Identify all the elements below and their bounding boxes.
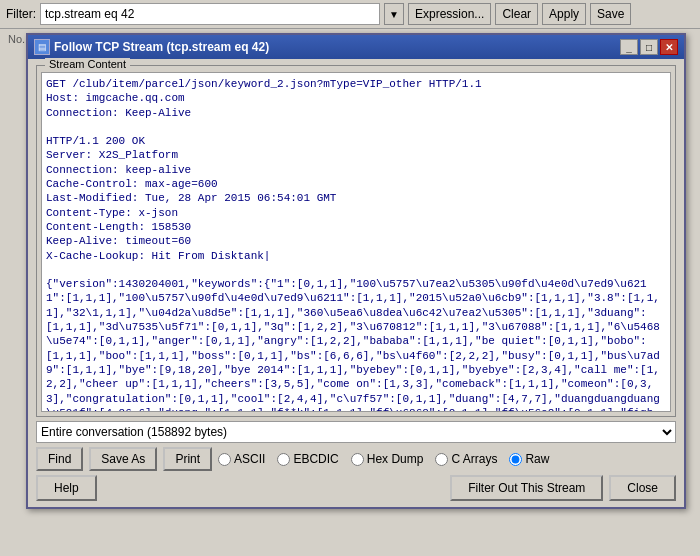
expression-button[interactable]: Expression... [408, 3, 491, 25]
minimize-button[interactable]: _ [620, 39, 638, 55]
ebcdic-radio-label[interactable]: EBCDIC [277, 452, 338, 466]
print-button[interactable]: Print [163, 447, 212, 471]
save-as-button[interactable]: Save As [89, 447, 157, 471]
c-arrays-radio[interactable] [435, 453, 448, 466]
clear-button[interactable]: Clear [495, 3, 538, 25]
find-button[interactable]: Find [36, 447, 83, 471]
raw-radio-label[interactable]: Raw [509, 452, 549, 466]
help-button[interactable]: Help [36, 475, 97, 501]
filter-label: Filter: [6, 7, 36, 21]
ascii-radio-label[interactable]: ASCII [218, 452, 265, 466]
window-close-button[interactable]: ✕ [660, 39, 678, 55]
close-button[interactable]: Close [609, 475, 676, 501]
c-arrays-radio-label[interactable]: C Arrays [435, 452, 497, 466]
stream-content-text[interactable]: GET /club/item/parcel/json/keyword_2.jso… [41, 72, 671, 412]
save-button[interactable]: Save [590, 3, 631, 25]
window-title: Follow TCP Stream (tcp.stream eq 42) [54, 40, 269, 54]
raw-radio[interactable] [509, 453, 522, 466]
apply-button[interactable]: Apply [542, 3, 586, 25]
hex-dump-radio[interactable] [351, 453, 364, 466]
ebcdic-radio[interactable] [277, 453, 290, 466]
packet-list-header: No. [8, 33, 25, 45]
ascii-radio[interactable] [218, 453, 231, 466]
conversation-select[interactable]: Entire conversation (158892 bytes) [36, 421, 676, 443]
filter-input[interactable] [40, 3, 380, 25]
window-icon: ▤ [34, 39, 50, 55]
maximize-button[interactable]: □ [640, 39, 658, 55]
hex-dump-radio-label[interactable]: Hex Dump [351, 452, 424, 466]
stream-content-legend: Stream Content [45, 58, 130, 70]
filter-out-stream-button[interactable]: Filter Out This Stream [450, 475, 603, 501]
filter-dropdown-btn[interactable]: ▼ [384, 3, 404, 25]
